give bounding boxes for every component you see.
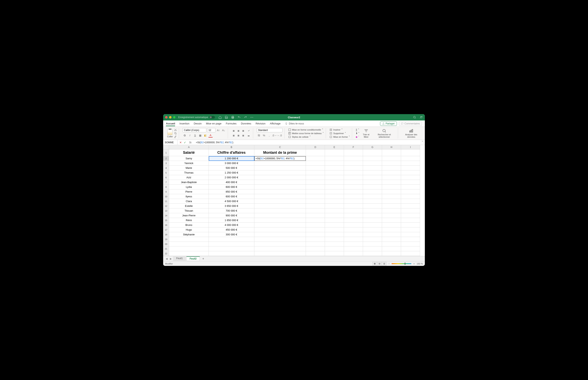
cell[interactable] (254, 209, 306, 213)
cell[interactable] (325, 161, 344, 166)
cell[interactable] (401, 171, 420, 175)
cell[interactable] (254, 175, 306, 180)
cell[interactable] (254, 204, 306, 209)
cell[interactable] (344, 199, 363, 204)
cell[interactable] (254, 251, 306, 256)
row-header-6[interactable]: 6 (163, 175, 169, 180)
cell[interactable] (382, 180, 401, 185)
row-header-3[interactable]: 3 (163, 161, 169, 166)
save-icon[interactable] (225, 116, 228, 119)
cell[interactable] (254, 180, 306, 185)
cell[interactable]: Ilyess (169, 194, 209, 199)
cell[interactable] (325, 149, 344, 156)
page-break-view-icon[interactable]: ▥ (382, 262, 386, 266)
cell[interactable] (325, 185, 344, 190)
cell[interactable] (306, 223, 325, 228)
cell[interactable]: Samy (169, 156, 209, 161)
cell[interactable] (363, 180, 382, 185)
cell[interactable] (325, 218, 344, 223)
cell[interactable] (325, 171, 344, 175)
delete-cells-button[interactable]: Supprimer ˅ (330, 132, 350, 135)
row-header-15[interactable]: 15 (163, 218, 169, 223)
row-header-13[interactable]: 13 (163, 209, 169, 213)
cell[interactable] (344, 251, 363, 256)
cell[interactable] (344, 180, 363, 185)
col-header-B[interactable]: B (209, 145, 254, 149)
cell[interactable] (363, 242, 382, 247)
cell[interactable] (401, 223, 420, 228)
cell[interactable] (344, 185, 363, 190)
cell[interactable] (401, 242, 420, 247)
cell[interactable] (306, 161, 325, 166)
cancel-formula-icon[interactable]: ✕ (179, 141, 182, 144)
cell[interactable] (325, 204, 344, 209)
cell[interactable] (363, 228, 382, 232)
cell[interactable] (254, 247, 306, 251)
cell[interactable] (344, 190, 363, 194)
align-center-icon[interactable]: ≡ (236, 133, 241, 138)
cell[interactable] (382, 213, 401, 218)
cell[interactable]: 1 200 000 € (209, 156, 254, 161)
row-header-21[interactable]: 21 (163, 247, 169, 251)
cell[interactable] (363, 247, 382, 251)
cell[interactable] (169, 247, 209, 251)
cell[interactable]: Jean-Baptiste (169, 180, 209, 185)
row-header-5[interactable]: 5 (163, 171, 169, 175)
cell[interactable] (209, 237, 254, 242)
cell[interactable] (325, 175, 344, 180)
cell[interactable]: 400 000 € (209, 180, 254, 185)
menu-affichage[interactable]: Affichage (270, 121, 280, 126)
cell[interactable] (306, 232, 325, 237)
align-top-icon[interactable]: ≡ (232, 129, 236, 133)
cell[interactable]: 4 000 000 € (209, 223, 254, 228)
cut-icon[interactable] (174, 128, 177, 131)
cell[interactable] (401, 251, 420, 256)
cell[interactable] (325, 228, 344, 232)
increase-decimal-icon[interactable]: .0→ (272, 133, 276, 137)
row-header-11[interactable]: 11 (163, 199, 169, 204)
cell[interactable]: 600 000 € (209, 185, 254, 190)
cell[interactable] (401, 194, 420, 199)
sheet-tab-feuil1[interactable]: Feuil1 (173, 256, 186, 261)
cell[interactable]: 1 250 000 € (209, 171, 254, 175)
row-header-14[interactable]: 14 (163, 213, 169, 218)
redo-icon[interactable] (244, 116, 247, 119)
find-select-button[interactable]: Rechercher et sélectionner (373, 129, 396, 138)
cell[interactable] (363, 232, 382, 237)
align-right-icon[interactable]: ≡ (241, 133, 245, 138)
comma-icon[interactable]: , (267, 133, 271, 137)
col-header-D[interactable]: D (306, 145, 325, 149)
cell[interactable] (382, 175, 401, 180)
col-header-G[interactable]: G (363, 145, 382, 149)
col-header-H[interactable]: H (382, 145, 401, 149)
decrease-font-icon[interactable]: A↓ (221, 128, 226, 132)
cell[interactable]: Aziz (169, 175, 209, 180)
paste-button[interactable]: Coller (167, 129, 173, 138)
cell[interactable]: Estelle (169, 204, 209, 209)
cell[interactable] (325, 190, 344, 194)
cell[interactable] (325, 156, 344, 161)
cell[interactable] (382, 199, 401, 204)
zoom-in-button[interactable]: + (413, 263, 414, 265)
cell[interactable] (344, 204, 363, 209)
menu-données[interactable]: Données (241, 121, 251, 126)
row-header-22[interactable]: 22 (163, 251, 169, 256)
cell[interactable] (325, 180, 344, 185)
cell[interactable] (254, 190, 306, 194)
minimize-button[interactable] (169, 116, 172, 118)
cell[interactable] (306, 218, 325, 223)
expand-formula-icon[interactable]: ˅ (420, 140, 425, 144)
col-header-C[interactable]: C (254, 145, 306, 149)
row-header-7[interactable]: 7 (163, 180, 169, 185)
fill-color-button[interactable]: ◧ (203, 133, 208, 137)
zoom-level[interactable]: 160 % (417, 263, 423, 265)
cell[interactable] (363, 171, 382, 175)
cell[interactable] (254, 237, 306, 242)
cell[interactable] (209, 242, 254, 247)
cell[interactable] (401, 218, 420, 223)
cell[interactable] (254, 194, 306, 199)
cell[interactable] (401, 237, 420, 242)
col-header-F[interactable]: F (344, 145, 363, 149)
cell[interactable]: 900 000 € (209, 213, 254, 218)
enter-formula-icon[interactable]: ✓ (184, 141, 186, 144)
